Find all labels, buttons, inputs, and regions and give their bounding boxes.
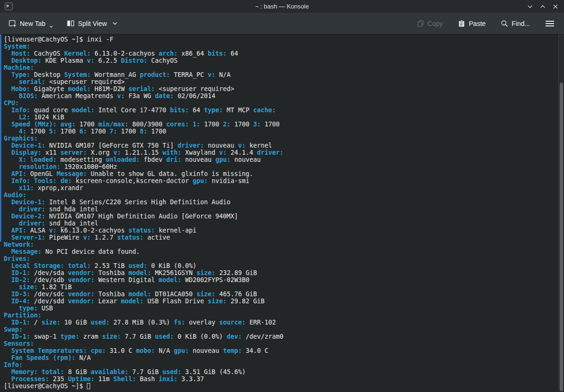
minimize-button[interactable] — [526, 3, 534, 10]
copy-button[interactable]: Copy — [414, 17, 446, 30]
terminal-value-text: 64 — [189, 107, 204, 114]
terminal-line: x11: xprop,xrandr — [4, 184, 557, 192]
close-button[interactable] — [552, 3, 559, 10]
terminal-key-text: used: — [128, 262, 147, 269]
terminal-key-text: model: — [159, 276, 181, 284]
terminal-value-text: zram — [79, 333, 102, 340]
terminal-line: Type: Desktop System: Wortmann_AG produc… — [4, 71, 557, 78]
terminal-line: ID-2: /dev/sdb vendor: Western Digital m… — [4, 276, 557, 284]
window-title: ~ : bash — Konsole — [0, 3, 564, 10]
terminal-text: [liveuser@CachyOS ~]$ inxi -FSystem: Hos… — [4, 36, 557, 390]
terminal-key-text: size: — [196, 269, 215, 276]
terminal-key-text: L2: — [19, 114, 30, 121]
titlebar[interactable]: > ~ : bash — Konsole — [0, 0, 564, 13]
terminal-value-text — [4, 114, 19, 121]
terminal-value-text — [4, 354, 11, 361]
terminal-key-text: Processes: — [11, 375, 49, 383]
terminal-key-text: API: — [11, 227, 26, 234]
new-tab-button[interactable]: New Tab — [6, 17, 56, 30]
toolbar-left-group: New Tab Split View — [6, 17, 121, 30]
find-button[interactable]: Find... — [498, 17, 533, 30]
terminal-key-text: Desktop: — [11, 57, 42, 64]
terminal-key-text: inxi: — [159, 375, 177, 383]
maximize-button[interactable] — [539, 3, 547, 10]
scrollbar-thumb[interactable] — [560, 83, 563, 391]
terminal-key-text: 8: — [140, 128, 147, 135]
terminal-value-text: Unable to show GL data. glxinfo is missi… — [87, 170, 253, 177]
terminal-key-text: Fan Speeds (rpm): — [11, 354, 76, 361]
terminal-value-text: 3.3.37 — [177, 375, 204, 383]
terminal-key-text: Machine: — [4, 64, 34, 71]
terminal-value-text: 1700 — [76, 121, 98, 128]
terminal-value-text: 10 GiB — [60, 319, 91, 326]
terminal-line: Local Storage: total: 2.53 TiB used: 0 K… — [4, 262, 557, 269]
menu-button[interactable] — [542, 17, 557, 30]
terminal-line: ID-1: swap-1 type: zram size: 7.7 GiB us… — [4, 333, 557, 340]
terminal-value-text — [4, 368, 11, 375]
terminal-value-text: N/A — [155, 347, 174, 354]
terminal-key-text: arch: — [159, 50, 177, 57]
terminal-value-text — [4, 333, 11, 340]
terminal-value-text: 800/3900 — [128, 121, 166, 128]
terminal-value-text: F3a WG — [125, 92, 155, 100]
scrollbar[interactable] — [558, 34, 564, 392]
terminal-key-text: size: — [196, 291, 215, 298]
terminal-line: driver: snd_hda_intel — [4, 220, 557, 227]
terminal-output[interactable]: [liveuser@CachyOS ~]$ inxi -FSystem: Hos… — [0, 34, 564, 392]
terminal-key-text: avg: — [60, 121, 76, 128]
terminal-key-text: System: — [4, 43, 30, 50]
new-output-highlight-strip — [0, 34, 1, 242]
terminal-key-text: 5: — [49, 128, 57, 135]
terminal-key-text: 1: — [193, 121, 200, 128]
terminal-line: API: ALSA v: k6.13.0-2-cachyos status: k… — [4, 227, 557, 234]
terminal-line: [liveuser@CachyOS ~]$ — [4, 383, 557, 390]
terminal-key-text: vendor: — [68, 269, 94, 276]
terminal-line: System: — [4, 43, 557, 50]
terminal-key-text: serial: — [128, 85, 155, 92]
terminal-key-text: temp: — [223, 347, 242, 354]
terminal-line: Display: x11 server: X.org v: 1.21.1.15 … — [4, 149, 557, 156]
terminal-value-text: / — [30, 319, 42, 326]
terminal-value-text: OpenGL — [26, 170, 57, 177]
terminal-value-text: Toshiba — [94, 269, 128, 276]
terminal-value-text: 7.7 GiB — [128, 368, 162, 375]
terminal-value-text: N/A — [215, 71, 230, 78]
terminal-value-text — [4, 50, 11, 57]
terminal-value-text: Intel 8 Series/C220 Series High Definiti… — [45, 199, 230, 206]
terminal-key-text: Kernel: — [64, 50, 91, 57]
terminal-key-text: ID-2: — [11, 276, 30, 284]
terminal-value-text — [4, 199, 11, 206]
terminal-value-text: 3.51 GiB (45.6%) — [181, 368, 245, 375]
terminal-key-text: product: — [140, 71, 170, 78]
terminal-key-text: total: — [42, 368, 64, 375]
terminal-key-text: status: — [117, 234, 143, 241]
terminal-key-text: driver: — [19, 220, 45, 227]
terminal-value-text: X.org — [87, 149, 113, 156]
terminal-line: resolution: 1920x1080~60Hz — [4, 163, 557, 170]
terminal-key-text: v: — [83, 234, 91, 241]
terminal-value-text: ALSA — [26, 227, 49, 234]
terminal-key-text: bits: — [170, 107, 189, 114]
terminal-key-text: API: — [11, 170, 26, 177]
terminal-value-text: 1920x1080~60Hz — [60, 163, 117, 170]
terminal-value-text: 1700 — [147, 128, 166, 135]
terminal-key-text: model: — [128, 291, 151, 298]
split-view-icon — [67, 19, 75, 27]
terminal-value-text: overlay — [185, 319, 219, 326]
paste-button[interactable]: Paste — [455, 17, 488, 30]
terminal-value-text: PipeWire — [45, 234, 83, 241]
terminal-key-text: size: — [208, 298, 227, 305]
hamburger-menu-icon — [545, 20, 555, 27]
find-label: Find... — [512, 20, 530, 27]
terminal-key-text: mobo: — [136, 347, 155, 354]
terminal-value-text: /dev/sda — [30, 269, 68, 276]
terminal-key-text: fs: — [174, 319, 185, 326]
terminal-key-text: System: — [64, 71, 91, 78]
terminal-value-text: /dev/sdb — [30, 276, 68, 284]
split-view-button[interactable]: Split View — [64, 17, 121, 30]
terminal-line: Server-1: PipeWire v: 1.2.7 status: acti… — [4, 234, 557, 241]
terminal-value-text — [4, 347, 11, 354]
terminal-value-text: ERR-102 — [245, 319, 276, 326]
terminal-line: Info: — [4, 361, 557, 368]
terminal-key-text: Memory: — [11, 368, 38, 375]
